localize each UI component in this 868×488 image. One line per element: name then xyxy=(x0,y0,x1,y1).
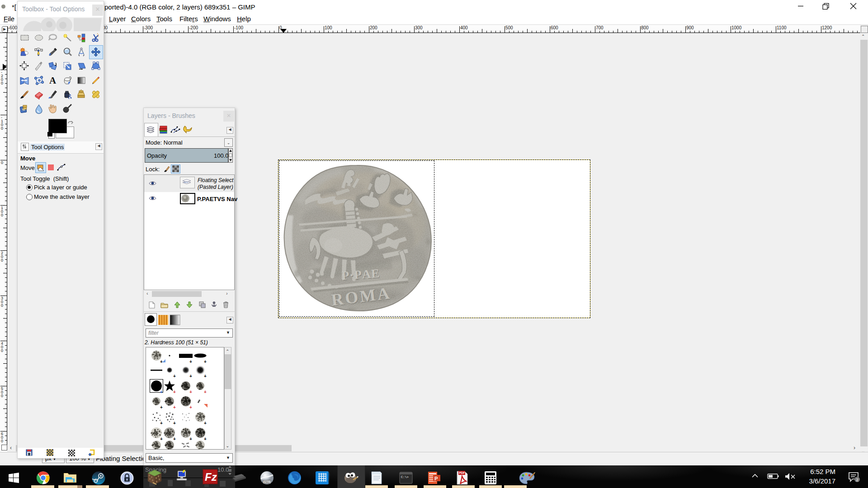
svg-text:C:\>: C:\> xyxy=(401,475,409,479)
svg-text:2: 2 xyxy=(856,478,859,482)
svg-text:A: A xyxy=(49,75,57,85)
svg-text:PDF: PDF xyxy=(459,471,465,474)
svg-text:P: P xyxy=(434,476,438,481)
svg-text:PRO: PRO xyxy=(264,481,270,483)
svg-text:Fz: Fz xyxy=(205,471,217,483)
